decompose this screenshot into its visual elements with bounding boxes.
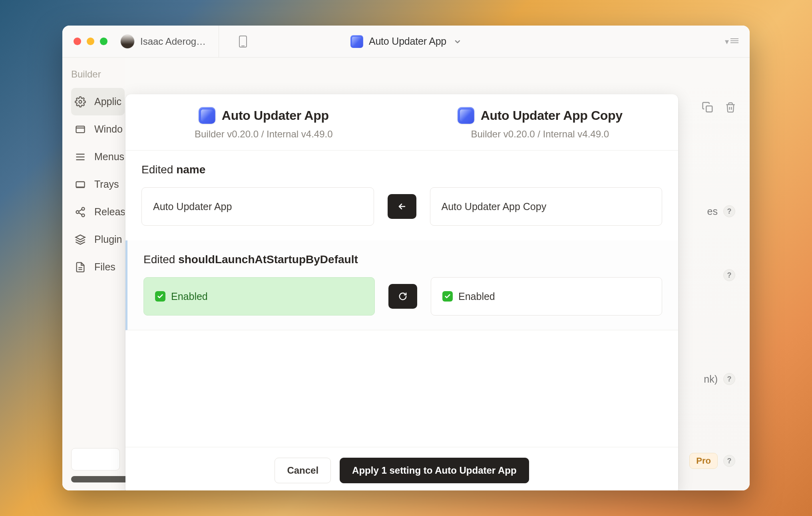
body: Builder Applic Windo Menus [62, 58, 750, 490]
sidebar-item-label: Releas [94, 206, 125, 218]
app-title: Auto Updater App [369, 36, 446, 47]
svg-point-13 [82, 207, 85, 210]
diff-left-value: Enabled [143, 277, 375, 316]
modal-header-right: Auto Updater App Copy Builder v0.20.0 / … [402, 94, 679, 150]
layers-icon [74, 234, 86, 246]
sidebar-item-label: Menus [94, 151, 124, 163]
sidebar-item-releases[interactable]: Releas [71, 198, 125, 226]
help-icon[interactable]: ? [723, 455, 735, 467]
svg-rect-3 [730, 40, 738, 41]
sidebar-item-label: Plugin [94, 234, 122, 245]
check-icon [442, 291, 453, 302]
sidebar-item-label: Applic [94, 96, 121, 107]
sidebar-item-files[interactable]: Files [71, 253, 125, 281]
sidebar-item-label: Files [94, 261, 115, 273]
help-icon[interactable]: ? [723, 373, 735, 385]
gear-icon [74, 96, 86, 108]
diff-heading: Edited name [141, 163, 662, 176]
cancel-button[interactable]: Cancel [275, 458, 331, 483]
svg-point-14 [76, 210, 79, 213]
toolbar-actions [702, 101, 736, 115]
divider [219, 26, 219, 58]
minimize-button[interactable] [87, 38, 94, 45]
svg-line-17 [79, 212, 82, 214]
modal-body: Edited name Auto Updater App Auto Update… [125, 151, 678, 447]
svg-point-15 [82, 214, 85, 216]
modal-left-title: Auto Updater App [222, 108, 329, 123]
menu-icon [74, 151, 86, 163]
modal-right-title: Auto Updater App Copy [481, 108, 623, 123]
check-icon [155, 291, 165, 302]
app-window: Isaac Aderog… Auto Updater App ▾ Builder… [62, 26, 750, 490]
svg-line-16 [79, 209, 82, 211]
app-icon [199, 107, 215, 124]
diff-section-name: Edited name Auto Updater App Auto Update… [125, 151, 678, 240]
svg-rect-11 [76, 182, 85, 187]
tray-icon [74, 179, 86, 191]
arrow-left-icon [397, 202, 407, 211]
diff-heading: Edited shouldLaunchAtStartupByDefault [143, 253, 662, 266]
pro-badge: Pro [689, 453, 718, 469]
sidebar-item-windows[interactable]: Windo [71, 115, 125, 143]
sidebar-item-trays[interactable]: Trays [71, 171, 125, 198]
modal-header: Auto Updater App Builder v0.20.0 / Inter… [125, 94, 678, 151]
svg-rect-6 [76, 126, 85, 132]
title-center[interactable]: Auto Updater App [350, 35, 462, 48]
file-icon [74, 261, 86, 273]
user-name: Isaac Aderog… [140, 36, 206, 47]
diff-right-value: Auto Updater App Copy [430, 187, 663, 226]
sidebar-heading: Builder [71, 69, 125, 80]
app-icon [458, 107, 474, 124]
chevron-down-icon [454, 38, 462, 46]
window-icon [74, 123, 86, 135]
sidebar-item-label: Trays [94, 179, 119, 190]
diff-section-launch: Edited shouldLaunchAtStartupByDefault En… [125, 240, 678, 330]
modal-right-subtitle: Builder v0.20.0 / Internal v4.49.0 [471, 129, 609, 140]
sidebar-item-menus[interactable]: Menus [71, 143, 125, 171]
help-icon[interactable]: ? [723, 269, 735, 281]
avatar [120, 34, 135, 49]
titlebar: Isaac Aderog… Auto Updater App ▾ [62, 26, 750, 58]
diff-modal: Auto Updater App Builder v0.20.0 / Inter… [125, 94, 678, 490]
app-icon [350, 35, 363, 48]
svg-point-5 [79, 100, 82, 103]
traffic-lights [74, 38, 107, 45]
apply-left-button[interactable] [388, 194, 416, 219]
svg-marker-18 [76, 235, 85, 240]
sidebar-selector[interactable] [71, 448, 120, 470]
sidebar-item-application[interactable]: Applic [71, 88, 125, 115]
svg-rect-2 [730, 38, 738, 39]
svg-rect-0 [239, 36, 247, 47]
sidebar-item-plugins[interactable]: Plugin [71, 226, 125, 253]
apply-button[interactable]: Apply 1 setting to Auto Updater App [340, 458, 529, 483]
device-icon[interactable] [236, 34, 250, 49]
trash-icon[interactable] [725, 101, 736, 115]
modal-left-subtitle: Builder v0.20.0 / Internal v4.49.0 [195, 129, 333, 140]
help-icon[interactable]: ? [723, 205, 735, 217]
partial-text: nk) [704, 373, 718, 385]
svg-rect-4 [730, 42, 738, 43]
modal-footer: Cancel Apply 1 setting to Auto Updater A… [125, 447, 678, 490]
diff-right-value: Enabled [431, 277, 662, 316]
svg-rect-21 [706, 106, 712, 112]
share-icon [74, 206, 86, 218]
duplicate-icon[interactable] [702, 101, 714, 115]
sidebar-bottom [71, 448, 125, 490]
sidebar: Builder Applic Windo Menus [62, 58, 125, 490]
modal-header-left: Auto Updater App Builder v0.20.0 / Inter… [125, 94, 402, 150]
user-menu[interactable]: Isaac Aderog… [120, 34, 206, 49]
revert-icon [398, 292, 407, 301]
revert-button[interactable] [388, 284, 417, 309]
diff-left-value: Auto Updater App [141, 187, 374, 226]
close-button[interactable] [74, 38, 81, 45]
sidebar-toggle[interactable]: ▾ [725, 37, 738, 46]
partial-text: es [707, 206, 718, 217]
sidebar-item-label: Windo [94, 123, 123, 135]
maximize-button[interactable] [100, 38, 107, 45]
